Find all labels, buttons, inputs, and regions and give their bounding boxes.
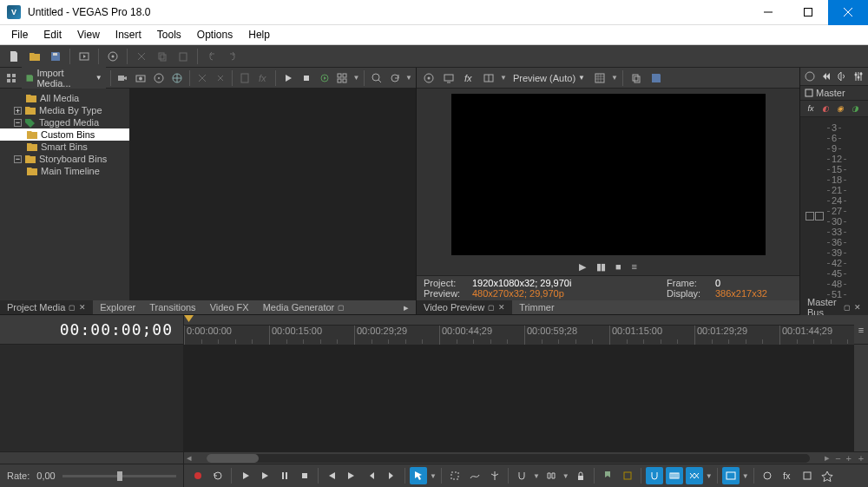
event-pan-icon[interactable] bbox=[759, 467, 776, 484]
auto-crossfades-icon[interactable] bbox=[686, 467, 703, 484]
split-screen-icon[interactable] bbox=[480, 69, 497, 87]
tree-media-by-type[interactable]: + Media By Type bbox=[0, 104, 129, 116]
import-media-button[interactable]: Import Media... ▼ bbox=[22, 67, 106, 89]
event-fx-icon[interactable]: fx bbox=[779, 467, 796, 484]
menu-tools[interactable]: Tools bbox=[149, 26, 189, 43]
master-plugin-3-icon[interactable]: ◑ bbox=[849, 102, 861, 115]
split-tool-icon[interactable] bbox=[486, 467, 503, 484]
paste-icon[interactable] bbox=[174, 48, 192, 65]
timecode-display[interactable]: 00:00:00;00 bbox=[0, 315, 184, 344]
chevron-down-icon[interactable]: ▼ bbox=[352, 74, 359, 82]
save-snapshot-icon[interactable] bbox=[648, 69, 665, 87]
stop-preview-icon[interactable] bbox=[299, 69, 314, 87]
views-icon[interactable] bbox=[3, 69, 19, 87]
pause-icon[interactable] bbox=[276, 467, 293, 484]
tracks-area[interactable] bbox=[184, 345, 854, 451]
quantize-to-frames-icon[interactable] bbox=[666, 467, 683, 484]
get-media-web-icon[interactable] bbox=[169, 69, 185, 87]
tab-explorer[interactable]: Explorer bbox=[93, 300, 142, 314]
tab-trimmer[interactable]: Trimmer bbox=[512, 300, 562, 314]
timeline-options-icon[interactable]: ≡ bbox=[854, 315, 868, 344]
preview-properties-icon[interactable] bbox=[420, 69, 437, 87]
timeline-settings-icon[interactable] bbox=[722, 467, 740, 484]
play-preview-icon[interactable] bbox=[280, 69, 296, 87]
remove-selected-icon[interactable] bbox=[194, 69, 210, 87]
tree-smart-bins[interactable]: Smart Bins bbox=[0, 141, 129, 153]
tab-transitions[interactable]: Transitions bbox=[142, 300, 202, 314]
overlays-icon[interactable] bbox=[591, 69, 608, 87]
playhead-icon[interactable] bbox=[184, 315, 194, 325]
lock-envelopes-icon[interactable] bbox=[572, 467, 589, 484]
tree-main-timeline[interactable]: Main Timeline bbox=[0, 165, 129, 177]
track-motion-icon[interactable] bbox=[799, 467, 816, 484]
close-tab-icon[interactable]: ✕ bbox=[498, 303, 505, 312]
undo-icon[interactable] bbox=[203, 48, 220, 65]
tree-custom-bins[interactable]: Custom Bins bbox=[0, 128, 129, 141]
mute-left-icon[interactable] bbox=[806, 212, 814, 220]
menu-icon[interactable]: ≡ bbox=[632, 261, 637, 272]
save-file-icon[interactable] bbox=[47, 48, 64, 65]
mute-right-icon[interactable] bbox=[815, 212, 824, 220]
track-header-area[interactable] bbox=[0, 345, 184, 451]
marker-icon[interactable] bbox=[599, 467, 616, 484]
autoplay-icon[interactable] bbox=[317, 69, 332, 87]
play-icon[interactable] bbox=[256, 467, 273, 484]
open-file-icon[interactable] bbox=[26, 48, 43, 65]
region-icon[interactable] bbox=[619, 467, 636, 484]
pause-icon[interactable]: ▮▮ bbox=[596, 261, 605, 273]
rate-slider[interactable] bbox=[62, 475, 176, 477]
tab-video-fx[interactable]: Video FX bbox=[203, 300, 256, 314]
mixer-properties-icon[interactable] bbox=[802, 68, 819, 85]
new-file-icon[interactable] bbox=[5, 48, 23, 65]
video-output[interactable] bbox=[451, 94, 766, 255]
get-photo-icon[interactable] bbox=[133, 69, 148, 87]
cut-icon[interactable] bbox=[133, 48, 150, 65]
render-icon[interactable] bbox=[76, 48, 93, 65]
media-properties-icon[interactable] bbox=[237, 69, 253, 87]
zoom-in-v-icon[interactable]: + bbox=[858, 453, 864, 464]
maximize-button[interactable] bbox=[788, 0, 828, 25]
collapse-icon[interactable]: − bbox=[14, 119, 22, 127]
media-fx-icon[interactable]: fx bbox=[255, 69, 271, 87]
tab-project-media[interactable]: Project Media▢✕ bbox=[0, 300, 93, 314]
remove-all-unused-icon[interactable] bbox=[213, 69, 228, 87]
dim-output-icon[interactable] bbox=[834, 68, 851, 85]
extract-audio-icon[interactable] bbox=[151, 69, 167, 87]
chevron-down-icon[interactable]: ▼ bbox=[405, 74, 412, 82]
menu-options[interactable]: Options bbox=[189, 26, 240, 43]
menu-help[interactable]: Help bbox=[240, 26, 278, 43]
redo-icon[interactable] bbox=[224, 48, 241, 65]
copy-snapshot-icon[interactable] bbox=[628, 69, 645, 87]
tab-master-bus[interactable]: Master Bus▢✕ bbox=[800, 300, 868, 314]
play-icon[interactable]: ▶ bbox=[579, 261, 586, 273]
master-plugin-1-icon[interactable]: ◐ bbox=[819, 102, 832, 115]
menu-edit[interactable]: Edit bbox=[36, 26, 69, 43]
close-button[interactable] bbox=[828, 0, 868, 25]
play-from-start-icon[interactable] bbox=[236, 467, 253, 484]
timeline-vscroll[interactable] bbox=[854, 345, 868, 451]
record-icon[interactable] bbox=[189, 467, 207, 484]
go-to-start-icon[interactable] bbox=[323, 467, 340, 484]
stop-icon[interactable]: ■ bbox=[615, 261, 621, 272]
snapping-icon[interactable] bbox=[513, 467, 530, 484]
downmix-icon[interactable] bbox=[819, 68, 835, 85]
preview-quality-dropdown[interactable]: Preview (Auto)▼ bbox=[510, 73, 589, 83]
previous-frame-icon[interactable] bbox=[363, 467, 380, 484]
tree-tagged-media[interactable]: − Tagged Media bbox=[0, 116, 129, 128]
tabs-scroll-right-icon[interactable]: ▸ bbox=[397, 300, 416, 314]
video-output-fx-icon[interactable]: fx bbox=[460, 69, 477, 87]
menu-file[interactable]: File bbox=[3, 26, 36, 43]
auto-ripple-icon[interactable] bbox=[542, 467, 560, 484]
preview-on-external-icon[interactable] bbox=[440, 69, 457, 87]
master-plugin-2-icon[interactable]: ◉ bbox=[834, 102, 846, 115]
properties-icon[interactable] bbox=[104, 48, 122, 65]
close-tab-icon[interactable]: ✕ bbox=[854, 303, 861, 312]
selection-tool-icon[interactable] bbox=[446, 467, 464, 484]
minimize-button[interactable] bbox=[748, 0, 788, 25]
tab-media-generator[interactable]: Media Generator▢ bbox=[256, 300, 352, 314]
enable-snapping-icon[interactable] bbox=[646, 467, 663, 484]
menu-insert[interactable]: Insert bbox=[108, 26, 149, 43]
next-frame-icon[interactable] bbox=[383, 467, 400, 484]
generated-media-icon[interactable] bbox=[819, 467, 836, 484]
search-icon[interactable] bbox=[369, 69, 385, 87]
